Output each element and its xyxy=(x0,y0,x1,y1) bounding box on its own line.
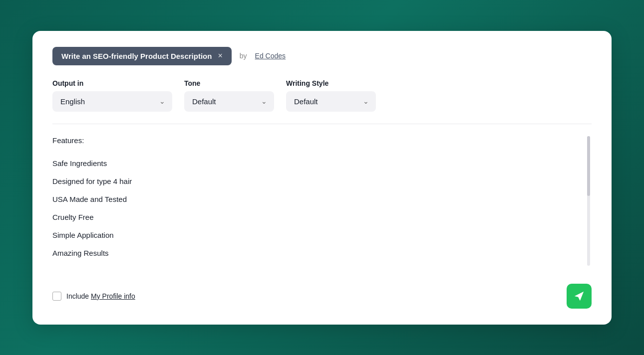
card-title: Write an SEO-friendly Product Descriptio… xyxy=(61,52,212,60)
content-area: Features: Safe Ingredients Designed for … xyxy=(52,136,592,266)
features-label: Features: xyxy=(52,136,582,145)
list-item: Amazing Results xyxy=(52,244,582,262)
output-wrapper: English Spanish French German Portuguese… xyxy=(52,91,172,112)
writing-style-wrapper: Default Descriptive Persuasive Narrative… xyxy=(286,91,376,112)
author-link[interactable]: Ed Codes xyxy=(255,52,286,60)
card-footer: Include My Profile info xyxy=(52,280,592,309)
tone-selector-group: Tone Default Formal Casual Friendly Prof… xyxy=(184,79,274,112)
list-item: Simple Application xyxy=(52,226,582,244)
divider xyxy=(52,124,592,124)
tone-label: Tone xyxy=(184,79,274,87)
writing-style-select[interactable]: Default Descriptive Persuasive Narrative… xyxy=(286,91,376,112)
close-button[interactable]: × xyxy=(218,52,222,60)
writing-style-label: Writing Style xyxy=(286,79,376,87)
main-content: Features: Safe Ingredients Designed for … xyxy=(52,136,582,266)
include-row: Include My Profile info xyxy=(52,292,135,301)
by-text: by xyxy=(240,52,247,60)
scrollbar-thumb xyxy=(587,136,590,196)
card-header: Write an SEO-friendly Product Descriptio… xyxy=(52,47,592,65)
scrollbar-area xyxy=(586,136,592,266)
scrollbar-track xyxy=(587,136,590,266)
list-item: USA Made and Tested xyxy=(52,190,582,208)
tone-select[interactable]: Default Formal Casual Friendly Professio… xyxy=(184,91,274,112)
title-badge: Write an SEO-friendly Product Descriptio… xyxy=(52,47,232,65)
include-profile-checkbox[interactable] xyxy=(52,292,61,301)
output-label: Output in xyxy=(52,79,172,87)
selectors-row: Output in English Spanish French German … xyxy=(52,79,592,112)
list-item: Designed for type 4 hair xyxy=(52,173,582,190)
tone-wrapper: Default Formal Casual Friendly Professio… xyxy=(184,91,274,112)
send-icon xyxy=(574,291,585,302)
profile-link[interactable]: My Profile info xyxy=(91,292,135,300)
list-item: Safe Ingredients xyxy=(52,155,582,173)
output-select[interactable]: English Spanish French German Portuguese xyxy=(52,91,172,112)
include-label: Include My Profile info xyxy=(66,292,135,300)
main-card: Write an SEO-friendly Product Descriptio… xyxy=(32,31,612,325)
submit-button[interactable] xyxy=(567,284,592,309)
features-list: Safe Ingredients Designed for type 4 hai… xyxy=(52,155,582,262)
output-selector-group: Output in English Spanish French German … xyxy=(52,79,172,112)
writing-style-selector-group: Writing Style Default Descriptive Persua… xyxy=(286,79,376,112)
list-item: Cruelty Free xyxy=(52,208,582,226)
